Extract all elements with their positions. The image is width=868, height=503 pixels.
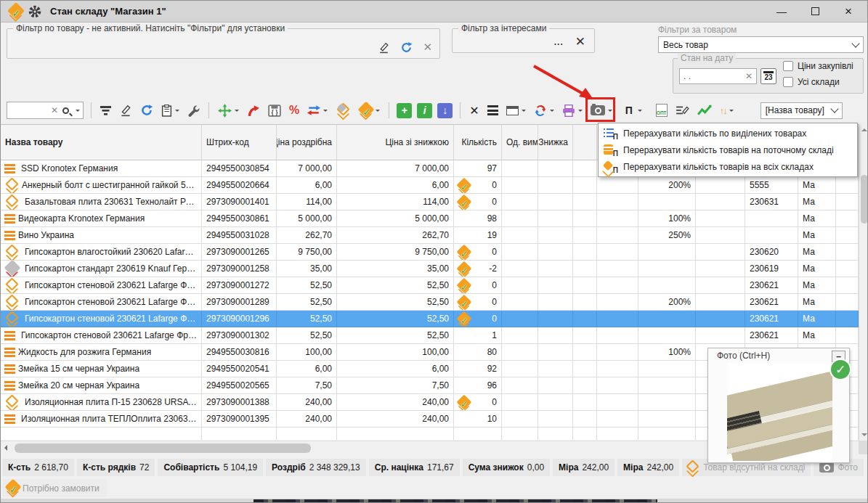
product-code: 230621 [745, 277, 798, 294]
markup-percent: 250% [638, 227, 696, 244]
price-retail: 7 000,00 [277, 160, 337, 177]
sort-button[interactable]: ↑↓ [718, 101, 735, 120]
save-template-button[interactable]: { } [267, 101, 283, 120]
print-button[interactable] [561, 101, 584, 120]
product-code: 230621 [745, 294, 798, 311]
row-type-icon [4, 279, 19, 293]
menu-item[interactable]: П Перерахувати кількість товарів на всіх… [599, 158, 857, 175]
menu-item[interactable]: П Перерахувати кількість товарів на пото… [599, 142, 857, 158]
quantity-value: 1 [492, 330, 497, 340]
chevron-down-icon [729, 110, 734, 114]
interest-more-button[interactable]: ... [554, 37, 564, 47]
column-header-name[interactable]: Назва товару [1, 125, 202, 160]
list-view-button[interactable] [486, 101, 500, 120]
row-type-icon [4, 381, 15, 390]
checkbox-purchase-prices[interactable]: Ціни закупівлі [783, 61, 853, 71]
opt-prices-button[interactable]: ОПТ [654, 101, 669, 120]
return-button[interactable] [246, 101, 261, 120]
transfer-button[interactable] [306, 101, 329, 120]
table-row[interactable]: Базальтовая плита 230631 Технолайт Росси… [1, 194, 859, 210]
delete-button[interactable]: ✕ [468, 101, 480, 120]
column-header-unit[interactable]: Од. вим. [502, 125, 538, 160]
scroll-left-icon[interactable] [4, 445, 7, 451]
edit-list-button[interactable] [674, 101, 691, 120]
table-view-button[interactable] [505, 101, 527, 120]
chart-button[interactable] [696, 101, 713, 120]
row-type-icon [4, 331, 15, 340]
calendar-button[interactable]: 23 [760, 68, 776, 84]
table-row[interactable]: Видеокарта Kronotex Германия 29495500308… [1, 210, 859, 227]
product-filters-combobox[interactable]: Весь товар [658, 36, 864, 53]
price-discount: 240,00 [337, 394, 454, 411]
clear-filter-icon[interactable]: ✕ [423, 41, 432, 54]
price-discount: 52,50 [337, 277, 454, 294]
sync-button[interactable] [532, 101, 556, 120]
column-header-price-retail[interactable]: Ціна роздрібна [277, 125, 337, 160]
vertical-scrollbar[interactable] [859, 124, 868, 441]
refresh-filter-icon[interactable] [400, 41, 413, 54]
move-button[interactable] [216, 101, 240, 120]
search-input[interactable]: ✕ [7, 102, 84, 119]
tools-button[interactable] [186, 101, 201, 120]
chevron-down-icon [376, 110, 380, 114]
store-name: Ма [798, 194, 836, 210]
table-row[interactable]: Гипсокартон стеновой 230621 Lafarge Фран… [1, 294, 859, 311]
stock-check-button[interactable]: ✓ [357, 101, 381, 120]
scroll-down-icon[interactable] [861, 433, 867, 436]
column-header-price-discount[interactable]: Ціна зі знижкою [337, 125, 454, 160]
stock-layers-button[interactable] [334, 101, 352, 120]
product-code [745, 227, 798, 244]
horizontal-scroll-thumb[interactable] [15, 443, 311, 453]
scroll-up-icon[interactable] [861, 128, 867, 131]
price-retail: 114,00 [277, 194, 337, 210]
maximize-button[interactable] [803, 3, 827, 20]
add-button[interactable]: + [397, 103, 412, 118]
edit-filter-icon[interactable] [378, 41, 390, 54]
date-clear-icon[interactable]: ✕ [745, 71, 753, 81]
price-retail: 7,50 [277, 377, 337, 394]
table-row[interactable]: Гипсокартон стеновой 230621 Lafarge Фран… [1, 311, 859, 327]
minimize-button[interactable]: — [770, 3, 793, 20]
table-row[interactable]: Гипсокартон стеновой 230621 Lafarge Фран… [1, 327, 859, 344]
price-discount: 5 000,00 [337, 210, 454, 227]
column-header-quantity[interactable]: Кількість [454, 125, 502, 160]
status-label: Сума знижок [469, 462, 524, 473]
menu-item[interactable]: П Перерахувати кількість по виділених то… [599, 125, 857, 142]
search-clear-icon[interactable]: ✕ [51, 105, 58, 115]
refresh-button[interactable] [139, 101, 155, 120]
info-button[interactable]: i [417, 103, 432, 118]
edit-button[interactable] [118, 101, 134, 120]
recount-button[interactable]: П [622, 101, 644, 120]
chevron-down-icon [235, 110, 239, 114]
row-type-icon [4, 364, 15, 374]
clipboard-button[interactable] [160, 101, 181, 120]
interest-clear-button[interactable]: ✕ [575, 34, 585, 49]
vertical-scroll-thumb[interactable] [861, 175, 868, 224]
table-row[interactable]: Вино Украина 2949550031028 262,70 262,70… [1, 227, 859, 244]
need-order-button[interactable]: ✓ Потрібно замовити [2, 479, 107, 497]
row-type-icon [4, 414, 15, 424]
photo-button[interactable] [589, 101, 614, 120]
table-row[interactable]: Гипсокартон влагостойкий 230620 Lafarge … [1, 244, 859, 261]
column-header-barcode[interactable]: Штрих-код [202, 125, 277, 160]
discount-cell [538, 327, 573, 344]
discount-percent-button[interactable]: % [288, 101, 301, 120]
row-type-icon [4, 214, 15, 224]
row-type-icon [4, 262, 19, 276]
close-button[interactable]: × [837, 3, 860, 20]
unit-cell [502, 394, 538, 411]
filter-button[interactable] [99, 101, 113, 120]
column-header-discount[interactable]: Знижка [538, 125, 573, 160]
markup-percent [638, 361, 696, 377]
row-type-icon [4, 195, 19, 209]
price-retail: 52,50 [277, 277, 337, 294]
sort-field-combobox[interactable]: [Назва товару] [760, 102, 843, 119]
chevron-down-icon [522, 110, 526, 114]
table-row[interactable]: Гипсокартон стеновой 230621 Lafarge Фран… [1, 277, 859, 294]
table-row[interactable]: Анкерный болт с шестигранной гайкой 5555… [1, 177, 859, 194]
markup-percent: 100% [638, 210, 696, 227]
date-input[interactable]: . . ✕ [679, 68, 757, 84]
checkbox-all-warehouses[interactable]: Усі склади [783, 77, 840, 87]
table-row[interactable]: Гипсокартон стандарт 230619 Knauf Герман… [1, 261, 859, 277]
download-button[interactable]: ↓ [437, 103, 453, 118]
